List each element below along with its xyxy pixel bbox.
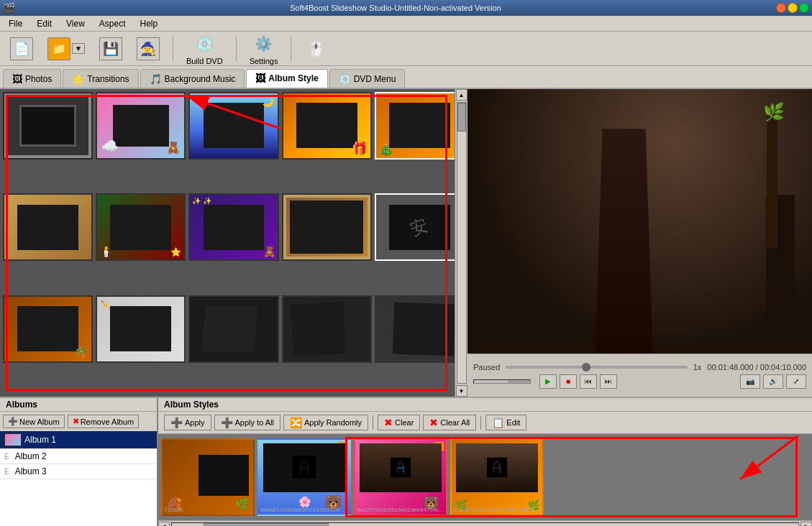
vertical-scrollbar[interactable]: ▲ ▼ [455,89,467,397]
player-row2: ▶ ■ ⏮ ⏭ 📷 🔊 ⤢ [473,374,806,389]
scroll-right-button[interactable]: ► [800,522,812,527]
clear-all-icon: ✖ [429,417,438,428]
open-button[interactable]: 📁 ▼ [43,36,89,62]
tab-transitions-label: Transitions [87,74,129,84]
music-tab-icon: 🎵 [150,73,162,85]
albums-label: Albums [0,398,158,411]
maximize-button[interactable] [799,3,809,13]
filmstrip-scrollbar[interactable]: ◄ ► [158,520,812,526]
tab-album-style-label: Album Style [268,73,318,83]
style-item-5[interactable]: 🎄 [375,92,465,160]
menu-edit[interactable]: Edit [31,17,58,30]
volume-slider[interactable] [473,379,531,384]
cursor-button[interactable]: 🖱️ [300,36,332,62]
album-2-letter: E [4,453,9,461]
dvd-menu-tab-icon: 💿 [339,73,351,85]
apply-all-button[interactable]: ➕ Apply to All [214,415,280,430]
remove-album-button[interactable]: ✖ Remove Album [68,415,140,428]
new-album-button[interactable]: ➕ New Album [3,415,65,428]
apply-all-icon: ➕ [221,417,233,428]
tab-transitions[interactable]: ⭐ Transitions [63,69,138,88]
filmstrip: 🍂 🌿 735880 ✖ 🅰 [158,434,812,520]
screenshot-button[interactable]: 📷 [740,374,760,389]
settings-button[interactable]: ⚙️ Settings [245,31,283,67]
save-button[interactable]: 💾 [95,36,127,62]
new-document-button[interactable]: 📄 [6,36,37,62]
title-bar: 🎬 Soft4Boost Slideshow Studio-Untitled-N… [0,0,812,16]
style-item-9[interactable] [282,193,372,261]
expand-button[interactable]: ⤢ [786,374,806,389]
preview-panel: 🌿 Paused 1x 00:01:48.000 / 00:04:10.000 [467,89,812,397]
scroll-thumb[interactable] [457,103,466,132]
style-item-10[interactable]: 安 [375,193,465,261]
edit-button[interactable]: 📋 Edit [485,415,526,430]
apply-icon: ➕ [170,417,183,428]
scroll-down-button[interactable]: ▼ [456,385,467,397]
menu-file[interactable]: File [3,17,28,30]
album-styles-toolbar: ➕ Apply ➕ Apply to All 🔀 Apply Randomly … [158,412,812,434]
style-item-11[interactable]: 🌴 [3,295,93,363]
minimize-button[interactable] [788,3,798,13]
menu-view[interactable]: View [60,17,91,30]
build-dvd-button[interactable]: 💿 Build DVD [182,31,227,67]
style-item-13[interactable] [188,295,278,363]
filmstrip-item-3[interactable]: ✖ 👤 🅰 🐻 9ac270340c55b3402deb94754c... [354,438,447,516]
menu-help[interactable]: Help [134,17,164,30]
album-styles-label: Album Styles [158,398,224,411]
wizard-button[interactable]: 🧙 [132,36,164,62]
menu-aspect[interactable]: Aspect [93,17,132,30]
albums-list: Album 1 E Album 2 E Album 3 [0,431,157,526]
volume-button[interactable]: 🔊 [763,374,783,389]
h-scroll-thumb[interactable] [204,523,329,527]
style-item-8[interactable]: ✨ ✨ 🧸 [188,193,278,261]
tab-dvd-menu[interactable]: 💿 DVD Menu [329,69,406,88]
filmstrip-item-4[interactable]: ✖ 🅰 🌿 🌿 b31c8701a18b87d6af95e03b080... [450,438,544,516]
tab-photos[interactable]: 🖼 Photos [3,69,61,88]
style-item-7[interactable]: 🕯️ ⭐ [96,193,186,261]
next-frame-button[interactable]: ⏭ [600,374,617,389]
style-item-15[interactable] [375,295,465,363]
title-bar-left: 🎬 [3,2,15,14]
filmstrip-item-2[interactable]: ✖ 🅰 🐻 🌸 50da81cb30dbb5f4cd33fd310624... [257,438,351,516]
album-item-1[interactable]: Album 1 [0,431,157,449]
bottom-labels: Albums Album Styles [0,398,812,412]
style-item-4[interactable]: 🎁 [282,92,372,160]
apply-button[interactable]: ➕ Apply [164,415,211,430]
clear-button[interactable]: ✖ Clear [378,415,420,430]
prev-frame-button[interactable]: ⏮ [580,374,597,389]
tab-album-style[interactable]: 🖼 Album Style [246,69,327,88]
album-1-name: Album 1 [24,435,56,445]
clear-all-button[interactable]: ✖ Clear All [423,415,476,430]
scroll-up-button[interactable]: ▲ [456,89,467,101]
clear-label: Clear [395,418,414,427]
filmstrip-item-1[interactable]: 🍂 🌿 735880 [161,438,255,516]
album-2-name: Album 2 [15,451,47,461]
album-item-3[interactable]: E Album 3 [0,464,157,479]
stop-button[interactable]: ■ [560,374,577,389]
style-item-6[interactable] [3,193,93,261]
player-progress-slider[interactable] [506,366,687,369]
album-3-letter: E [4,468,9,476]
close-button[interactable] [776,3,786,13]
style-item-2[interactable]: ☁️ 🧸 [96,92,186,160]
preview-image: 🌿 [467,89,812,354]
bottom-area: Albums Album Styles ➕ New Album ✖ Remove… [0,397,812,526]
style-item-14[interactable] [282,295,372,363]
play-button[interactable]: ▶ [539,374,557,389]
toolbar-divider-1 [173,36,173,62]
styles-grid: ☁️ 🧸 🌙 🎁 🎄 [0,89,467,397]
toolbar: 📄 📁 ▼ 💾 🧙 💿 Build DVD ⚙️ Settings 🖱️ [0,32,812,66]
style-item-3[interactable]: 🌙 [188,92,278,160]
player-controls: Paused 1x 00:01:48.000 / 00:04:10.000 ▶ … [467,354,812,397]
tab-background-music[interactable]: 🎵 Background Music [140,69,245,88]
album-item-2[interactable]: E Album 2 [0,449,157,464]
apply-randomly-button[interactable]: 🔀 Apply Randomly [283,415,368,430]
h-scroll-track[interactable] [171,522,799,527]
toolbar-divider-2 [236,36,237,62]
scroll-left-button[interactable]: ◄ [158,522,170,527]
new-doc-icon: 📄 [10,37,33,60]
scroll-track [457,102,467,384]
style-item-1[interactable] [3,92,93,160]
filmstrip-item-1-label: 735880 [164,507,252,513]
style-item-12[interactable]: ✏️ [96,295,186,363]
